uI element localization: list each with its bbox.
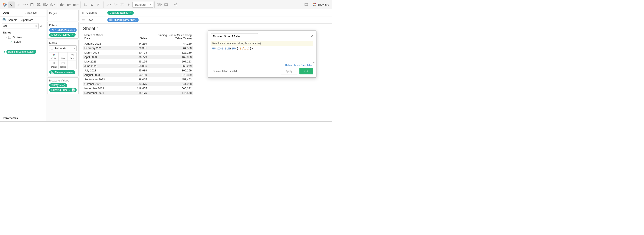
tab-analytics[interactable]: Analytics‹ <box>23 9 46 16</box>
mark-tooltip[interactable]: Tooltip <box>58 61 67 69</box>
measure-values-shelf[interactable]: Measure Values SUM(Sales) Running Sum of… <box>47 77 78 94</box>
marks-header: Marks <box>49 41 77 45</box>
group-icon[interactable]: ▾ <box>112 2 118 8</box>
table-row[interactable]: November 2023118,455660,392 <box>83 86 193 91</box>
apply-button[interactable]: Apply <box>281 68 298 74</box>
new-worksheet-icon[interactable]: ▾ <box>59 2 65 8</box>
forward-button[interactable] <box>15 2 22 8</box>
orders-label: Orders <box>12 36 22 39</box>
app-root: ▾ + ▾ ▾ ▾ + ×▾ ▾ ▾ T Standard▾ ▾ Show Me <box>0 0 332 122</box>
svg-text:T: T <box>121 4 122 6</box>
clear-search-icon[interactable]: × <box>35 24 37 28</box>
rows-pill[interactable]: ⊞MONTH(Order Dat.. <box>107 18 139 22</box>
pill-menu-icon[interactable]: ≡ <box>130 12 132 14</box>
expand-icon[interactable]: ⌄ <box>5 36 7 38</box>
cell-running: 458,463 <box>149 77 193 82</box>
show-me-button[interactable]: Show Me <box>311 2 331 7</box>
mv-pill-running-sum[interactable]: Running Sum of S..△ <box>49 88 77 92</box>
data-guide-icon[interactable] <box>303 2 310 8</box>
pill-menu-icon[interactable]: ≡ <box>72 34 74 36</box>
close-dialog-icon[interactable]: ✕ <box>310 34 313 39</box>
table-row[interactable]: September 202388,065458,463 <box>83 77 193 82</box>
calculation-editor-dialog: ✕ Results are computed along Table (acro… <box>208 31 316 78</box>
filter-fields-icon[interactable] <box>40 24 42 28</box>
cell-sales: 53,056 <box>121 64 149 68</box>
table-row[interactable]: May 202345,155207,223 <box>83 59 193 64</box>
search-text[interactable] <box>4 25 35 28</box>
sort-asc-icon[interactable] <box>89 2 95 8</box>
filter-pill-year[interactable]: YEAR(Order Date): 2.. <box>49 28 77 32</box>
collapse-sidebar-icon[interactable]: ‹ <box>42 11 43 14</box>
field-search-input[interactable]: × <box>2 23 38 29</box>
swap-icon[interactable] <box>82 2 88 8</box>
pause-data-icon[interactable]: ▾ <box>42 2 49 8</box>
col-sales[interactable]: Sales <box>121 33 149 41</box>
calc-scope-info: Results are computed along Table (across… <box>211 41 313 46</box>
sort-desc-icon[interactable] <box>96 2 102 8</box>
mv-pill-sum-sales[interactable]: SUM(Sales) <box>49 83 67 87</box>
table-row[interactable]: July 202345,989306,269 <box>83 68 193 73</box>
columns-pill[interactable]: Measure Names≡ <box>107 11 134 15</box>
show-labels-icon[interactable]: T <box>119 2 125 8</box>
col-running[interactable]: Running Sum of Sales along Table (Down) <box>149 33 193 41</box>
pages-shelf[interactable]: Pages <box>47 10 78 21</box>
refresh-icon[interactable]: ▾ <box>49 2 56 8</box>
filters-shelf[interactable]: Filters YEAR(Order Date): 2.. Measure Na… <box>47 22 78 39</box>
tab-data[interactable]: Data <box>0 9 23 16</box>
field-running-sum[interactable]: =# Running Sum of Sales <box>2 49 44 55</box>
new-datasource-icon[interactable]: + <box>36 2 42 8</box>
rows-shelf[interactable]: Rows ⊞MONTH(Order Dat.. <box>80 17 332 24</box>
datasource-row[interactable]: Sample - Superstore <box>0 17 46 22</box>
col-month[interactable]: Month of Order Date <box>83 33 121 41</box>
table-row[interactable]: January 202344,25944,259 <box>83 41 193 46</box>
back-button[interactable] <box>8 2 15 8</box>
calc-name-input[interactable] <box>211 33 258 39</box>
presentation-icon[interactable] <box>163 2 169 8</box>
default-table-calc-link[interactable]: Default Table Calculation <box>285 64 313 67</box>
marks-measure-values-pill[interactable]: T Measure Values <box>49 70 76 74</box>
table-row[interactable]: February 202320,30164,560 <box>83 46 193 50</box>
mark-size[interactable]: Size <box>58 53 67 61</box>
table-row[interactable]: December 202385,175745,568 <box>83 91 193 95</box>
parameters-header: Parameters <box>0 115 46 121</box>
datasource-name: Sample - Superstore <box>8 18 33 22</box>
calc-formula-editor[interactable]: RUNNING_SUM(SUM([Sales])) ▶ <box>211 46 313 64</box>
rows-icon <box>82 19 85 21</box>
duplicate-sheet-icon[interactable]: + <box>66 2 72 8</box>
undo-redo-split[interactable]: ▾ <box>22 2 28 8</box>
svg-rect-34 <box>159 4 160 5</box>
table-row[interactable]: October 202383,475541,938 <box>83 82 193 86</box>
table-row[interactable]: June 202353,056260,279 <box>83 64 193 68</box>
filter-pill-measure-names[interactable]: Measure Names≡ <box>49 33 76 37</box>
tableau-logo-icon[interactable] <box>2 2 8 8</box>
pages-header: Pages <box>49 12 77 15</box>
pin-icon[interactable] <box>126 2 132 8</box>
show-cards-icon[interactable]: ▾ <box>156 2 162 8</box>
svg-line-4 <box>4 4 4 4</box>
svg-rect-75 <box>84 12 84 14</box>
marks-type-select[interactable]: Automatic ▾ <box>49 45 77 51</box>
columns-shelf[interactable]: Columns Measure Names≡ <box>80 9 332 17</box>
ok-button[interactable]: OK <box>300 68 313 74</box>
table-row[interactable]: August 202364,130370,399 <box>83 73 193 77</box>
table-row[interactable]: March 202360,728125,289 <box>83 50 193 55</box>
cell-sales: 118,455 <box>121 86 149 91</box>
filters-header: Filters <box>49 24 77 27</box>
clear-sheet-icon[interactable]: ×▾ <box>72 2 79 8</box>
running-sum-label: Running Sum of Sales <box>8 50 34 53</box>
table-row[interactable]: April 202336,779162,068 <box>83 55 193 59</box>
mark-text[interactable]: TText <box>68 53 76 61</box>
field-sales[interactable]: # Sales <box>2 40 44 44</box>
expand-editor-icon[interactable]: ▶ <box>313 61 314 64</box>
table-orders[interactable]: ⌄ Orders <box>2 35 44 40</box>
svg-rect-14 <box>46 5 47 6</box>
mark-detail[interactable]: Detail <box>50 61 58 69</box>
highlight-icon[interactable]: ▾ <box>105 2 112 8</box>
svg-point-63 <box>53 54 54 55</box>
share-icon[interactable] <box>172 2 179 8</box>
fit-mode-select[interactable]: Standard▾ <box>132 2 153 8</box>
svg-line-6 <box>5 4 6 4</box>
save-icon[interactable] <box>29 2 35 8</box>
cell-month: February 2023 <box>83 46 121 50</box>
mark-color[interactable]: Color <box>50 53 58 61</box>
